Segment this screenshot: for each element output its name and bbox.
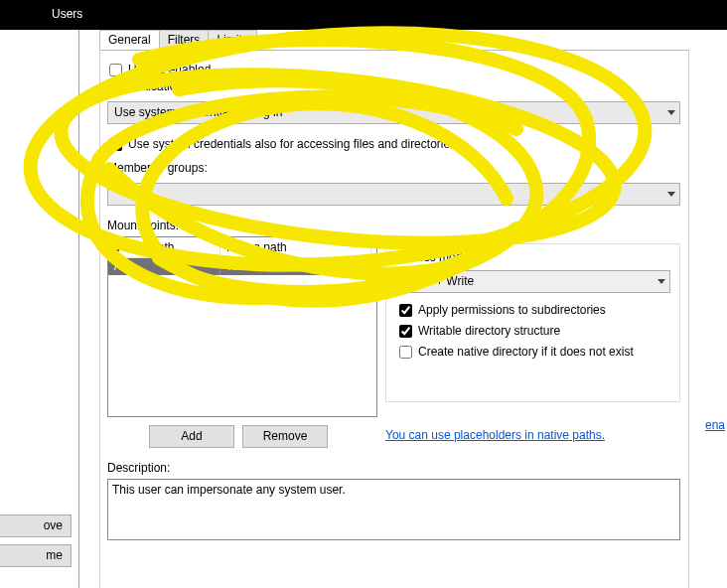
tab-general[interactable]: General <box>99 30 160 51</box>
create-native-label: Create native directory if it does not e… <box>418 345 634 359</box>
column-native-path[interactable]: Native path <box>220 237 371 257</box>
create-native-checkbox[interactable] <box>399 346 412 359</box>
user-enabled-label: User is enabled <box>128 63 211 76</box>
mount-points-list[interactable]: Virtual path Native path / %<home> <box>107 236 377 417</box>
apply-perms-row: Apply permissions to subdirectories <box>399 303 606 317</box>
chevron-down-icon <box>657 279 665 284</box>
remove-button-partial[interactable]: ove <box>0 514 72 537</box>
chevron-down-icon <box>667 192 675 197</box>
writable-dir-row: Writable directory structure <box>399 324 560 338</box>
mount-points-label: Mount points: <box>107 219 179 232</box>
authentication-mode-combo[interactable]: Use system credentials to log in <box>107 101 680 124</box>
authentication-label: Authentication: <box>107 79 186 93</box>
description-textarea[interactable] <box>107 479 680 540</box>
credentials-files-row: Use system credentials also for accessin… <box>109 137 456 151</box>
add-button[interactable]: Add <box>149 425 234 448</box>
description-label: Description: <box>107 461 170 475</box>
users-list-pane: ove me <box>0 30 79 588</box>
rename-button-partial[interactable]: me <box>0 544 72 567</box>
placeholders-link[interactable]: You can use placeholders in native paths… <box>385 428 605 442</box>
remove-button[interactable]: Remove <box>242 425 328 448</box>
window-title: Users <box>52 7 82 21</box>
window-titlebar: Users <box>0 0 727 30</box>
credentials-files-checkbox[interactable] <box>109 138 122 151</box>
cell-virtual-path: / <box>108 258 220 275</box>
tab-filters[interactable]: Filters <box>159 30 210 51</box>
chevron-down-icon <box>667 110 675 115</box>
mount-options-legend: Mount options <box>393 235 476 249</box>
create-native-row: Create native directory if it does not e… <box>399 345 634 359</box>
column-virtual-path[interactable]: Virtual path <box>108 237 220 257</box>
cell-native-path: %<home> <box>220 258 371 275</box>
writable-dir-checkbox[interactable] <box>399 325 412 338</box>
member-of-groups-combo[interactable] <box>107 183 680 206</box>
writable-dir-label: Writable directory structure <box>418 324 560 338</box>
user-properties-panel: General Filters Limits User is enabled A… <box>91 30 695 588</box>
tab-limits[interactable]: Limits <box>208 30 256 51</box>
mount-options-group: Mount options Access mode: Read + Write … <box>385 243 680 402</box>
access-mode-label: Access mode: <box>397 250 472 264</box>
apply-perms-label: Apply permissions to subdirectories <box>418 303 606 317</box>
user-enabled-row: User is enabled <box>109 63 211 76</box>
apply-perms-checkbox[interactable] <box>399 304 412 317</box>
access-mode-value: Read + Write <box>404 274 474 288</box>
credentials-files-label: Use system credentials also for accessin… <box>128 137 456 151</box>
access-mode-combo[interactable]: Read + Write <box>397 270 670 293</box>
authentication-mode-value: Use system credentials to log in <box>114 105 282 119</box>
edge-link-fragment[interactable]: ena <box>705 418 727 432</box>
member-of-groups-label: Member of groups: <box>107 161 208 175</box>
user-enabled-checkbox[interactable] <box>109 64 122 76</box>
table-row[interactable]: / %<home> <box>108 258 376 275</box>
